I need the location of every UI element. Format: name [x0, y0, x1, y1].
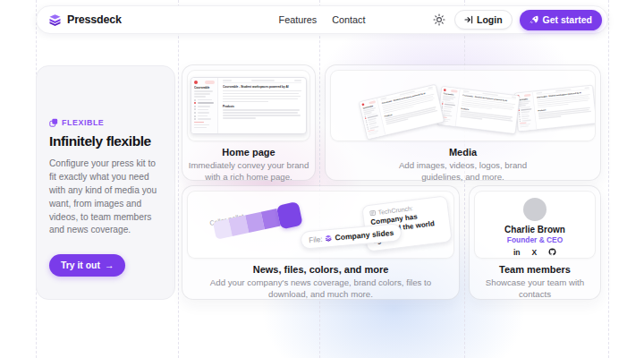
mini-content: Courseable - Student workspaces powered … [455, 89, 519, 133]
skeleton-bar [380, 98, 386, 100]
hero-card: FLEXIBLE Infinitely flexible Configure y… [36, 65, 175, 300]
nav-link-contact[interactable]: Contact [332, 14, 365, 25]
mini-nav-dot [519, 116, 520, 117]
skeleton-bar [194, 124, 209, 126]
mini-press-kit-screenshot: CourseableCourseable - Student workspace… [359, 84, 445, 140]
mini-screenshot: CourseableCourseable - Student workspace… [188, 77, 309, 134]
x-icon[interactable]: X [531, 249, 537, 257]
mini-content: Courseable - Student workspaces powered … [377, 85, 444, 135]
mini-nav-dot [194, 99, 196, 101]
grid-line [178, 0, 179, 358]
pressdeck-logo-icon [48, 13, 62, 27]
skeleton-bar [223, 96, 301, 98]
mini-nav-dot [442, 106, 444, 107]
mini-nav-dot [442, 103, 444, 105]
mini-press-kit-screenshot: CourseableCourseable - Student workspace… [191, 77, 307, 134]
mini-nav-dot [519, 118, 520, 119]
skeleton-bar [521, 120, 530, 122]
mini-nav-dot [368, 128, 369, 130]
skeleton-bar [194, 90, 213, 92]
skeleton-bar [198, 115, 208, 117]
avatar [523, 198, 547, 221]
mini-nav-item [194, 108, 215, 110]
eyebrow: FLEXIBLE [49, 118, 162, 127]
mini-nav-item [194, 99, 215, 101]
feature-description: Add images, videos, logos, brand guideli… [387, 160, 539, 183]
feature-description: Immediately convey your brand with a ric… [188, 160, 309, 183]
skeleton-bar [198, 112, 210, 114]
feature-title: Home page [182, 147, 315, 158]
skeleton-bar [482, 93, 498, 96]
mini-nav-dot [520, 121, 521, 122]
page: Pressdeck Features Contact [0, 0, 644, 358]
skeleton-bar [223, 80, 232, 81]
skeleton-bar [251, 80, 275, 81]
skeleton-bar [555, 89, 572, 91]
skeleton-bar [223, 112, 298, 114]
media-preview-panel: CourseableCourseable - Student workspace… [330, 70, 596, 141]
skeleton-bar [198, 99, 212, 101]
mini-topbar [223, 80, 301, 83]
get-started-button[interactable]: Get started [520, 10, 602, 30]
mini-screenshot: CourseableCourseable - Student workspace… [359, 84, 445, 140]
social-links: in X [475, 248, 595, 258]
feature-card-team-members: Charlie Brown Founder & CEO in X Team me… [469, 185, 601, 300]
mini-nav-dot [367, 124, 369, 126]
feature-description: Showcase your team with contacts [479, 277, 591, 301]
nav-link-features[interactable]: Features [279, 14, 318, 25]
login-button[interactable]: Login [454, 10, 513, 30]
mini-nav-dot [519, 112, 520, 113]
linkedin-icon[interactable]: in [513, 249, 521, 257]
mini-nav-dot [194, 108, 196, 110]
mini-nav-dot [194, 112, 196, 114]
color-palette [213, 204, 302, 240]
mini-nav-item [194, 106, 215, 107]
skeleton-bar [294, 80, 301, 81]
hero-title: Infinitely flexible [49, 133, 162, 149]
feature-title: Team members [470, 264, 600, 275]
mini-logo-dot [194, 81, 198, 84]
try-it-out-button[interactable]: Try it out → [49, 254, 125, 277]
mini-brand-name: Courseable [194, 86, 215, 90]
rocket-icon [530, 15, 538, 24]
eyebrow-label: FLEXIBLE [62, 118, 104, 127]
skeleton-bar [223, 98, 298, 100]
skeleton-bar [428, 87, 433, 89]
skeleton-bar [194, 127, 207, 129]
mini-nav-dot [194, 102, 196, 104]
skeleton-bar [512, 97, 517, 98]
skeleton-bar [198, 106, 211, 107]
brand-name: Pressdeck [67, 13, 122, 26]
mini-screenshot: CourseableCourseable - Student workspace… [436, 86, 520, 134]
team-member-name: Charlie Brown [475, 225, 595, 234]
mini-press-kit-screenshot: CourseableCourseable - Student workspace… [514, 85, 596, 132]
login-label: Login [477, 14, 503, 25]
mini-nav-item [194, 118, 215, 120]
skeleton-bar [198, 109, 209, 111]
feature-description: Add your company's news coverage, brand … [208, 277, 434, 301]
skeleton-bar [463, 90, 470, 92]
flexible-icon [49, 118, 58, 127]
home-page-preview-panel: CourseableCourseable - Student workspace… [187, 70, 310, 141]
sun-icon [433, 13, 445, 26]
login-icon [464, 15, 473, 24]
skeleton-bar [194, 93, 210, 95]
mini-contact-pill [205, 81, 215, 84]
github-icon[interactable] [548, 248, 556, 258]
feature-title: Media [326, 147, 600, 158]
mini-sidebar: Courseable [191, 78, 218, 133]
mini-nav-item [194, 102, 215, 104]
mini-press-kit-screenshot: CourseableCourseable - Student workspace… [436, 86, 520, 134]
feature-title: News, files, colors, and more [182, 264, 459, 275]
mini-nav-dot [194, 106, 196, 107]
brand[interactable]: Pressdeck [48, 13, 122, 27]
theme-toggle-button[interactable] [431, 12, 447, 28]
mini-logo-dot [361, 103, 364, 106]
skeleton-bar [223, 90, 301, 92]
hero-description: Configure your press kit to fit exactly … [49, 158, 162, 237]
newspaper-icon [369, 209, 377, 217]
skeleton-bar [194, 122, 204, 124]
mini-nav-dot [194, 118, 196, 120]
mini-content: Courseable - Student workspaces powered … [533, 85, 596, 129]
skeleton-bar [223, 101, 268, 103]
